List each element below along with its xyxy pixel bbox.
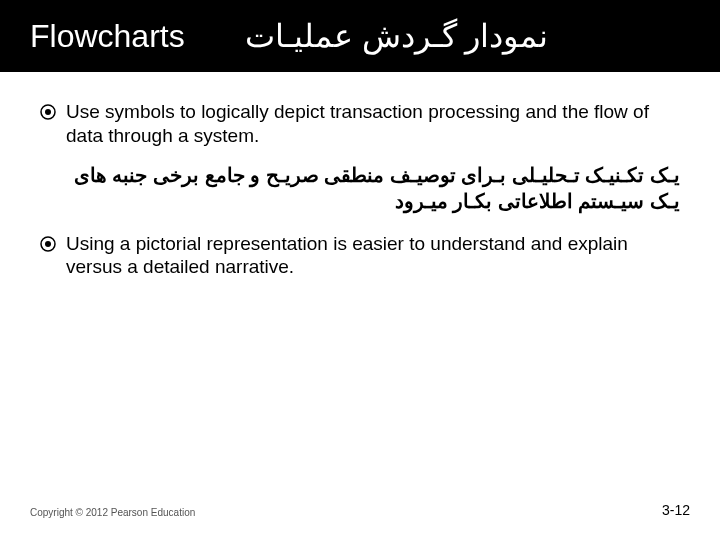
bullet-item: Using a pictorial representation is easi… — [40, 232, 680, 280]
copyright-text: Copyright © 2012 Pearson Education — [30, 507, 195, 518]
bullet-target-icon — [40, 236, 56, 252]
bullet-item: Use symbols to logically depict transact… — [40, 100, 680, 148]
page-number: 3-12 — [662, 502, 690, 518]
svg-point-3 — [45, 241, 51, 247]
title-bar: Flowcharts نمودار گـردش عملیـات — [0, 0, 720, 72]
title-english: Flowcharts — [22, 18, 185, 55]
bullet-target-icon — [40, 104, 56, 120]
bullet-text-english: Using a pictorial representation is easi… — [66, 232, 680, 280]
title-persian: نمودار گـردش عملیـات — [245, 17, 549, 55]
svg-point-1 — [45, 109, 51, 115]
bullet-text-persian: یـک تکـنیـک تـحلیـلی بـرای توصیـف منطقی … — [40, 162, 680, 214]
footer: Copyright © 2012 Pearson Education 3-12 — [0, 502, 720, 518]
bullet-text-english: Use symbols to logically depict transact… — [66, 100, 680, 148]
content-area: Use symbols to logically depict transact… — [0, 72, 720, 279]
